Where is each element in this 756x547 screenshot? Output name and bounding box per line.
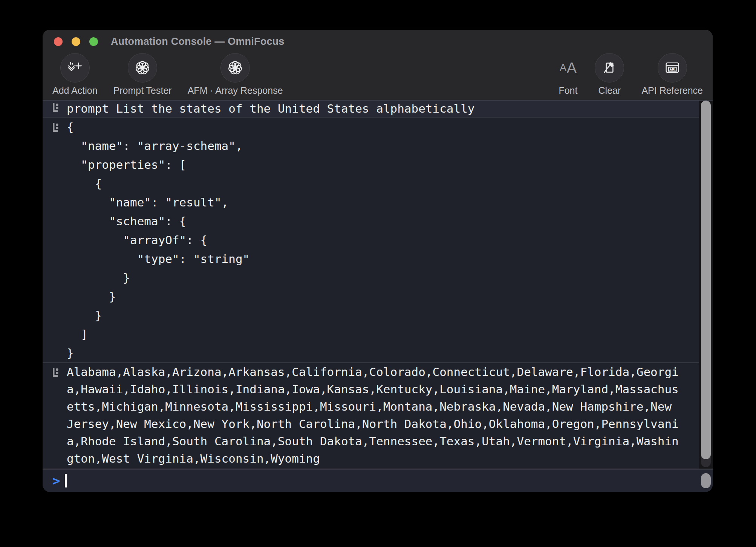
api-reference-button[interactable]: API API Reference <box>641 53 703 96</box>
add-action-icon <box>60 53 90 83</box>
json-result-text: { "name": "array-schema", "properties": … <box>67 118 249 362</box>
title-bar: Automation Console — OmniFocus <box>43 30 713 53</box>
window-title: Automation Console — OmniFocus <box>111 36 285 47</box>
traffic-lights <box>54 37 98 46</box>
font-glyph-small: A <box>560 62 567 74</box>
ai-sparkle-icon <box>220 53 250 83</box>
input-prompt-chevron: > <box>52 473 60 488</box>
clear-brush-icon <box>595 53 624 83</box>
font-label: Font <box>559 85 577 96</box>
api-window-icon: API <box>658 53 687 83</box>
input-scrollbar-thumb[interactable] <box>701 473 711 488</box>
output-states-text: Alabama,Alaska,Arizona,Arkansas,Californ… <box>67 363 680 469</box>
automation-console-window: Automation Console — OmniFocus Add Actio… <box>43 30 713 492</box>
command-text: prompt List the states of the United Sta… <box>67 101 475 117</box>
toolbar: Add Action Prompt Tester <box>43 53 713 100</box>
zoom-window-button[interactable] <box>89 37 98 46</box>
api-icon-text: API <box>669 67 675 71</box>
toolbar-right-group: AA Font Clear <box>559 53 703 96</box>
add-action-button[interactable]: Add Action <box>52 53 98 96</box>
ai-sparkle-icon <box>128 53 157 83</box>
font-aa-icon: AA <box>560 53 577 83</box>
console-entry-icon <box>52 366 61 469</box>
console-entry-output: Alabama,Alaska,Arizona,Arkansas,Californ… <box>43 363 713 469</box>
console-input-row[interactable]: > <box>43 469 713 492</box>
afm-array-response-button[interactable]: AFM · Array Response <box>188 53 283 96</box>
clear-button[interactable]: Clear <box>595 53 624 96</box>
scrollbar-thumb[interactable] <box>701 101 711 459</box>
api-reference-label: API Reference <box>641 85 703 96</box>
console-entry-command: prompt List the states of the United Sta… <box>43 101 713 118</box>
afm-array-response-label: AFM · Array Response <box>188 85 283 96</box>
console-entry-icon <box>52 121 61 362</box>
minimize-window-button[interactable] <box>72 37 80 46</box>
font-glyph-large: A <box>566 60 577 76</box>
clear-label: Clear <box>598 85 621 96</box>
toolbar-left-group: Add Action Prompt Tester <box>52 53 283 96</box>
prompt-tester-button[interactable]: Prompt Tester <box>113 53 172 96</box>
prompt-tester-label: Prompt Tester <box>113 85 172 96</box>
console-entry-icon <box>52 101 61 116</box>
add-action-label: Add Action <box>52 85 98 96</box>
close-window-button[interactable] <box>54 37 63 46</box>
text-cursor <box>65 474 67 487</box>
console-entry-json-result: { "name": "array-schema", "properties": … <box>43 118 713 363</box>
font-button[interactable]: AA Font <box>559 53 577 96</box>
console-area: prompt List the states of the United Sta… <box>43 100 713 492</box>
